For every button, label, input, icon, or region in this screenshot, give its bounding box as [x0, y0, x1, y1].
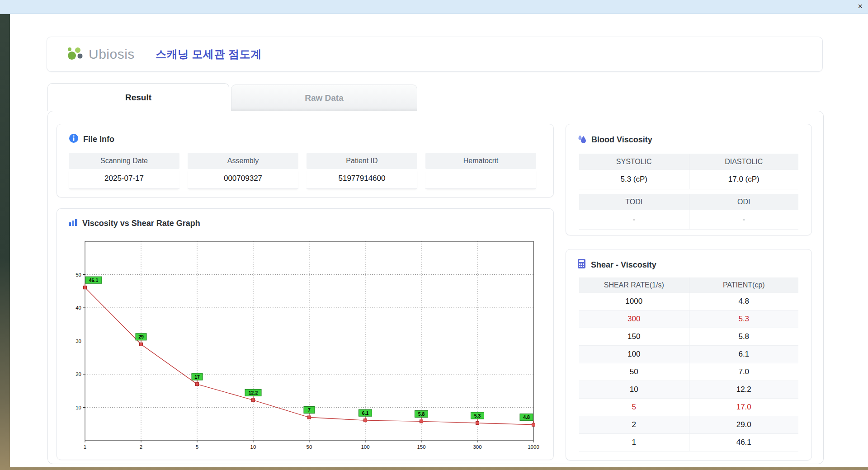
svg-text:30: 30	[75, 338, 81, 344]
patient-viscosity-cell: 7.0	[689, 363, 799, 381]
shear-table-row: 3005.3	[579, 310, 798, 328]
svg-text:50: 50	[75, 272, 81, 277]
svg-text:50: 50	[307, 444, 312, 450]
svg-text:4.8: 4.8	[523, 414, 530, 420]
shear-rate-cell: 5	[579, 399, 689, 416]
blood-viscosity-table: SYSTOLIC DIASTOLIC 5.3 (cP) 17.0 (cP) TO…	[579, 154, 798, 230]
patient-viscosity-cell: 6.1	[689, 346, 799, 363]
svg-text:2: 2	[140, 444, 142, 450]
todi-odi-value-row: - -	[579, 210, 798, 230]
shear-rate-cell: 2	[579, 416, 689, 433]
patient-viscosity-cell: 5.3	[689, 310, 799, 328]
logo: Ubiosis	[66, 45, 135, 63]
shear-table-body: 10004.83005.31505.81006.1507.01012.2517.…	[579, 293, 798, 451]
shear-table-row: 1006.1	[579, 346, 798, 363]
shear-table-row: 1505.8	[579, 328, 798, 346]
graph-title: Viscosity vs Shear Rate Graph	[82, 219, 200, 228]
shear-table-row: 507.0	[579, 363, 798, 381]
svg-text:40: 40	[75, 305, 81, 310]
shear-table: SHEAR RATE(1/s) PATIENT(cp) 10004.83005.…	[579, 277, 798, 451]
patient-viscosity-cell: 17.0	[689, 399, 799, 416]
svg-text:300: 300	[473, 444, 481, 450]
app-title: 스캐닝 모세관 점도계	[156, 47, 262, 61]
svg-text:46.1: 46.1	[89, 277, 99, 283]
graph-title-row: Viscosity vs Shear Rate Graph	[68, 218, 542, 229]
blood-viscosity-title: Blood Viscosity	[591, 135, 652, 145]
shear-table-row: 10004.8	[579, 293, 798, 310]
blood-viscosity-value-row: 5.3 (cP) 17.0 (cP)	[579, 170, 798, 189]
svg-text:5.3: 5.3	[474, 413, 481, 418]
file-info-field-value: 51977914600	[307, 169, 417, 189]
file-info-field-value	[425, 169, 536, 189]
logo-text: Ubiosis	[89, 47, 135, 62]
svg-text:5: 5	[196, 444, 198, 450]
odi-label: ODI	[689, 194, 799, 210]
diastolic-label: DIASTOLIC	[689, 154, 799, 170]
svg-text:10: 10	[250, 444, 256, 450]
svg-text:6.1: 6.1	[362, 410, 369, 416]
file-info-field-value: 000709327	[188, 169, 298, 189]
tab-result[interactable]: Result	[47, 83, 229, 111]
patient-viscosity-cell: 12.2	[689, 381, 799, 398]
shear-rate-column-header: SHEAR RATE(1/s)	[579, 277, 689, 293]
file-info-field: Assembly000709327	[188, 153, 298, 189]
shear-table-row: 146.1	[579, 434, 798, 451]
app-window: Ubiosis 스캐닝 모세관 점도계 Result Raw Data File…	[10, 14, 868, 467]
patient-viscosity-cell: 46.1	[689, 434, 799, 451]
file-info-title-row: File Info	[69, 133, 542, 146]
svg-text:5.8: 5.8	[418, 411, 425, 417]
svg-text:10: 10	[75, 405, 81, 410]
todi-label: TODI	[579, 194, 689, 210]
shear-rate-cell: 300	[579, 310, 689, 328]
blood-viscosity-title-row: Blood Viscosity	[577, 133, 801, 146]
patient-column-header: PATIENT(cp)	[689, 277, 799, 293]
file-info-field: Scanning Date2025-07-17	[69, 153, 179, 189]
logo-mark-icon	[66, 45, 85, 63]
blood-viscosity-header-row: SYSTOLIC DIASTOLIC	[579, 154, 798, 170]
odi-value: -	[689, 210, 799, 230]
file-info-field: Patient ID51977914600	[307, 153, 417, 189]
bar-chart-icon	[68, 218, 78, 229]
shear-rate-cell: 150	[579, 328, 689, 345]
svg-text:20: 20	[75, 371, 81, 377]
shear-rate-cell: 1000	[579, 293, 689, 310]
shear-table-header: SHEAR RATE(1/s) PATIENT(cp)	[579, 277, 798, 293]
blood-viscosity-card: Blood Viscosity SYSTOLIC DIASTOLIC 5.3 (…	[566, 124, 812, 235]
patient-viscosity-cell: 4.8	[689, 293, 799, 310]
shear-viscosity-card: Shear - Viscosity SHEAR RATE(1/s) PATIEN…	[566, 249, 812, 461]
header-card: Ubiosis 스캐닝 모세관 점도계	[47, 37, 823, 72]
shear-table-row: 1012.2	[579, 381, 798, 399]
viscosity-chart: 10203040501251050100150300100046.1291712…	[65, 235, 543, 455]
svg-text:29: 29	[138, 334, 144, 339]
result-panel: File Info Scanning Date2025-07-17Assembl…	[47, 111, 824, 464]
file-info-field-label: Assembly	[188, 153, 298, 169]
titlebar: ×	[0, 0, 868, 14]
systolic-value: 5.3 (cP)	[579, 170, 689, 189]
file-info-card: File Info Scanning Date2025-07-17Assembl…	[57, 124, 554, 197]
svg-text:1: 1	[84, 444, 86, 450]
shear-rate-cell: 1	[579, 434, 689, 451]
shear-rate-cell: 100	[579, 346, 689, 363]
graph-card: Viscosity vs Shear Rate Graph 1020304050…	[57, 208, 554, 460]
info-icon	[69, 133, 79, 146]
file-info-field-label: Patient ID	[307, 153, 417, 169]
shear-viscosity-title-row: Shear - Viscosity	[577, 258, 801, 271]
calculator-icon	[577, 258, 586, 271]
svg-text:12.2: 12.2	[249, 390, 258, 395]
shear-table-row: 517.0	[579, 399, 798, 416]
svg-text:1000: 1000	[528, 444, 539, 450]
shear-rate-cell: 10	[579, 381, 689, 398]
file-info-field-value: 2025-07-17	[69, 169, 179, 189]
tab-raw-data[interactable]: Raw Data	[231, 85, 417, 111]
file-info-grid: Scanning Date2025-07-17Assembly000709327…	[69, 153, 542, 189]
file-info-field: Hematocrit	[425, 153, 536, 189]
svg-text:100: 100	[361, 444, 369, 450]
todi-value: -	[579, 210, 689, 230]
file-info-field-label: Scanning Date	[69, 153, 179, 169]
diastolic-value: 17.0 (cP)	[689, 170, 799, 189]
todi-odi-header-row: TODI ODI	[579, 194, 798, 210]
close-icon[interactable]: ×	[858, 1, 863, 11]
patient-viscosity-cell: 29.0	[689, 416, 799, 433]
shear-table-row: 229.0	[579, 416, 798, 434]
svg-text:17: 17	[194, 374, 200, 380]
